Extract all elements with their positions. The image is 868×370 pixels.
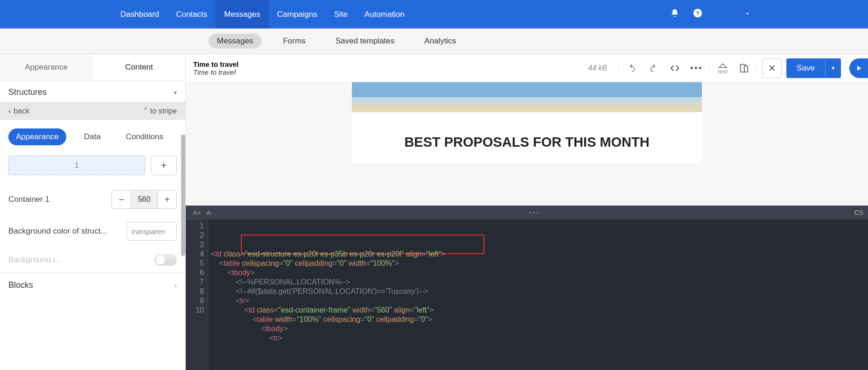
container-width-stepper[interactable]: − + <box>112 190 177 209</box>
line-number-gutter: 12345678910 <box>186 220 208 370</box>
zoom-out-button[interactable]: A- <box>203 209 215 216</box>
structures-label: Structures <box>8 87 47 97</box>
subnav-forms[interactable]: Forms <box>274 34 314 49</box>
account-caret-icon[interactable] <box>744 10 751 19</box>
bg-image-label: Background i... <box>8 255 61 264</box>
play-button[interactable] <box>849 58 868 78</box>
code-view-button[interactable] <box>666 63 683 73</box>
subnav-messages[interactable]: Messages <box>209 34 261 49</box>
back-button[interactable]: ‹ back <box>8 107 29 115</box>
container-label: Container 1 <box>8 195 49 204</box>
zoom-in-button[interactable]: A+ <box>190 209 203 216</box>
svg-text:?: ? <box>696 9 700 16</box>
plus-icon: + <box>161 159 167 171</box>
pill-conditions[interactable]: Conditions <box>119 128 171 145</box>
save-dropdown-button[interactable]: ▾ <box>825 58 841 78</box>
sub-nav: Messages Forms Saved templates Analytics <box>0 28 868 54</box>
nav-dashboard[interactable]: Dashboard <box>112 0 168 28</box>
chevron-up-icon: ˄ <box>144 107 147 115</box>
nav-automation[interactable]: Automation <box>356 0 413 28</box>
email-headline: BEST PROPOSALS FOR THIS MONTH <box>352 112 702 163</box>
sidebar: Appearance Content Structures ▾ ‹ back ˄… <box>0 54 186 370</box>
hero-image <box>352 82 702 112</box>
message-title: Time to travel <box>193 60 238 68</box>
tab-content[interactable]: Content <box>93 54 185 80</box>
nav-campaigns[interactable]: Campaigns <box>269 0 326 28</box>
help-icon[interactable]: ? <box>693 8 703 21</box>
pill-data[interactable]: Data <box>77 128 108 145</box>
chevron-left-icon: ‹ <box>8 107 11 115</box>
structures-panel-header[interactable]: Structures ▾ <box>0 81 185 102</box>
to-stripe-button[interactable]: ˄ to stripe <box>144 107 177 115</box>
increment-button[interactable]: + <box>157 190 177 209</box>
drag-handle-icon[interactable]: ••• <box>215 209 854 216</box>
undo-button[interactable] <box>623 63 640 73</box>
sidebar-scrollbar[interactable] <box>181 135 185 256</box>
subnav-analytics[interactable]: Analytics <box>416 34 464 49</box>
bg-color-input[interactable] <box>126 222 177 241</box>
bell-icon[interactable] <box>670 8 679 21</box>
css-tab[interactable]: CS <box>854 209 863 216</box>
container-width-input[interactable] <box>131 190 157 209</box>
code-editor: A+ A- ••• CS 12345678910 <td class="esd-… <box>186 206 868 370</box>
code-content[interactable]: <td class="esd-structure es-p20t es-p35b… <box>208 220 868 370</box>
test-label: TEST <box>717 70 728 74</box>
close-icon: ✕ <box>768 63 776 74</box>
device-preview-button[interactable] <box>735 63 752 73</box>
pill-appearance[interactable]: Appearance <box>8 128 66 145</box>
back-label: back <box>14 107 29 115</box>
tab-appearance[interactable]: Appearance <box>0 54 93 80</box>
subnav-saved-templates[interactable]: Saved templates <box>327 34 403 49</box>
dots-icon: ••• <box>690 63 703 73</box>
more-menu-button[interactable]: ••• <box>688 63 705 73</box>
add-container-button[interactable]: + <box>151 156 177 175</box>
top-nav: Dashboard Contacts Messages Campaigns Si… <box>0 0 868 28</box>
redo-button[interactable] <box>645 63 662 73</box>
chevron-down-icon: ▾ <box>832 64 835 71</box>
test-button[interactable]: TEST <box>714 62 731 74</box>
code-toolbar: A+ A- ••• CS <box>186 206 868 220</box>
chevron-down-icon: ▾ <box>174 89 177 96</box>
svg-rect-3 <box>744 66 748 72</box>
message-subtitle: Time to travel <box>193 68 238 76</box>
decrement-button[interactable]: − <box>112 190 131 209</box>
chevron-right-icon: › <box>175 282 177 289</box>
file-size: 44 kB <box>588 64 607 72</box>
close-button[interactable]: ✕ <box>762 58 782 78</box>
blocks-panel-header[interactable]: Blocks › <box>0 272 185 298</box>
nav-messages[interactable]: Messages <box>216 0 268 28</box>
container-slot[interactable]: 1 <box>8 156 145 175</box>
nav-site[interactable]: Site <box>326 0 356 28</box>
to-stripe-label: to stripe <box>150 107 177 115</box>
editor-toolbar: Time to travel Time to travel 44 kB ••• … <box>186 54 868 82</box>
blocks-label: Blocks <box>8 280 33 290</box>
bg-color-label: Background color of struct... <box>8 227 107 236</box>
bg-image-toggle[interactable] <box>154 254 177 266</box>
nav-contacts[interactable]: Contacts <box>168 0 216 28</box>
save-button[interactable]: Save <box>786 58 825 78</box>
